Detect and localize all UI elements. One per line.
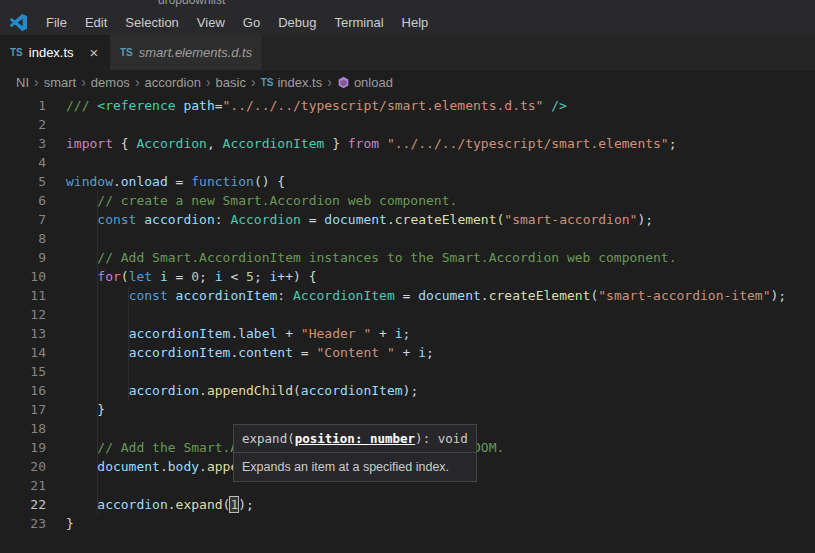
menu-item-help[interactable]: Help bbox=[393, 12, 438, 33]
tab-bar: TSindex.ts×TSsmart.elements.d.ts bbox=[0, 35, 815, 70]
code-line-16[interactable]: 16 accordion.appendChild(accordionItem); bbox=[0, 381, 815, 400]
line-number[interactable]: 4 bbox=[0, 153, 46, 172]
line-content bbox=[46, 305, 66, 324]
code-token: accordionItem bbox=[129, 345, 231, 360]
breadcrumb-accordion[interactable]: accordion bbox=[145, 75, 201, 90]
code-token: accordion bbox=[97, 497, 167, 512]
menu-item-debug[interactable]: Debug bbox=[269, 12, 325, 33]
code-token: /> bbox=[543, 98, 566, 113]
code-token: accordionItem bbox=[176, 288, 278, 303]
signature-suffix: ): void bbox=[415, 431, 468, 446]
line-number[interactable]: 7 bbox=[0, 210, 46, 229]
line-number[interactable]: 18 bbox=[0, 419, 46, 438]
code-editor[interactable]: 1/// <reference path="../../../typescrip… bbox=[0, 94, 815, 553]
line-number[interactable]: 12 bbox=[0, 305, 46, 324]
line-number[interactable]: 19 bbox=[0, 438, 46, 457]
code-token: . bbox=[481, 288, 489, 303]
code-token: const bbox=[129, 288, 168, 303]
code-line-4[interactable]: 4 bbox=[0, 153, 815, 172]
code-token: for bbox=[97, 269, 120, 284]
code-token: ); bbox=[238, 497, 254, 512]
code-token: path bbox=[183, 98, 214, 113]
line-number[interactable]: 10 bbox=[0, 267, 46, 286]
tab-label: index.ts bbox=[29, 45, 74, 60]
code-token: window bbox=[66, 174, 113, 189]
chevron-right-icon: › bbox=[134, 74, 141, 90]
code-line-17[interactable]: 17 } bbox=[0, 400, 815, 419]
code-token bbox=[168, 288, 176, 303]
window-title: dropdownlist bbox=[158, 0, 225, 7]
line-number[interactable]: 14 bbox=[0, 343, 46, 362]
breadcrumb-NI[interactable]: NI bbox=[16, 75, 29, 90]
code-line-2[interactable]: 2 bbox=[0, 115, 815, 134]
menu-item-file[interactable]: File bbox=[37, 12, 76, 33]
typescript-file-icon: TS bbox=[120, 47, 133, 58]
line-content: accordion.appendChild(accordionItem); bbox=[46, 381, 418, 400]
signature-active-param: position: number bbox=[295, 431, 415, 446]
code-line-22[interactable]: 22 accordion.expand(1); bbox=[0, 495, 815, 514]
line-number[interactable]: 3 bbox=[0, 134, 46, 153]
code-line-23[interactable]: 23} bbox=[0, 514, 815, 533]
code-line-10[interactable]: 10 for(let i = 0; i < 5; i++) { bbox=[0, 267, 815, 286]
menu-item-edit[interactable]: Edit bbox=[76, 12, 116, 33]
code-token: { bbox=[113, 136, 136, 151]
line-content: } bbox=[46, 514, 74, 533]
code-line-12[interactable]: 12 bbox=[0, 305, 815, 324]
menu-item-go[interactable]: Go bbox=[234, 12, 269, 33]
line-number[interactable]: 21 bbox=[0, 476, 46, 495]
code-line-13[interactable]: 13 accordionItem.label + "Header " + i; bbox=[0, 324, 815, 343]
breadcrumb-basic[interactable]: basic bbox=[216, 75, 246, 90]
code-line-15[interactable]: 15 bbox=[0, 362, 815, 381]
code-line-9[interactable]: 9 // Add Smart.AccordionItem instances t… bbox=[0, 248, 815, 267]
code-line-11[interactable]: 11 const accordionItem: AccordionItem = … bbox=[0, 286, 815, 305]
code-line-8[interactable]: 8 bbox=[0, 229, 815, 248]
breadcrumb-demos[interactable]: demos bbox=[91, 75, 130, 90]
code-token: = bbox=[293, 345, 316, 360]
menu-item-view[interactable]: View bbox=[188, 12, 234, 33]
code-token: , bbox=[207, 136, 223, 151]
code-line-3[interactable]: 3import { Accordion, AccordionItem } fro… bbox=[0, 134, 815, 153]
code-token: onload bbox=[121, 174, 168, 189]
line-number[interactable]: 9 bbox=[0, 248, 46, 267]
breadcrumb-smart[interactable]: smart bbox=[44, 75, 77, 90]
close-tab-icon[interactable]: × bbox=[90, 45, 99, 60]
code-token bbox=[66, 459, 97, 474]
line-number[interactable]: 17 bbox=[0, 400, 46, 419]
line-content: const accordionItem: AccordionItem = doc… bbox=[46, 286, 786, 305]
line-number[interactable]: 5 bbox=[0, 172, 46, 191]
code-token: ; bbox=[254, 269, 270, 284]
breadcrumb-file[interactable]: TSindex.ts bbox=[261, 75, 323, 90]
line-number[interactable]: 20 bbox=[0, 457, 46, 476]
code-token bbox=[66, 269, 97, 284]
breadcrumb-symbol[interactable]: onload bbox=[337, 75, 393, 90]
line-number[interactable]: 11 bbox=[0, 286, 46, 305]
tab-index.ts[interactable]: TSindex.ts× bbox=[0, 35, 110, 70]
line-number[interactable]: 22 bbox=[0, 495, 46, 514]
line-number[interactable]: 13 bbox=[0, 324, 46, 343]
code-line-1[interactable]: 1/// <reference path="../../../typescrip… bbox=[0, 96, 815, 115]
code-token: "Content " bbox=[316, 345, 394, 360]
code-token: = bbox=[168, 174, 191, 189]
menu-item-terminal[interactable]: Terminal bbox=[325, 12, 392, 33]
code-token: AccordionItem bbox=[293, 288, 395, 303]
parameter-hint-tooltip: expand(position: number): void Expands a… bbox=[233, 424, 477, 482]
code-line-7[interactable]: 7 const accordion: Accordion = document.… bbox=[0, 210, 815, 229]
line-number[interactable]: 8 bbox=[0, 229, 46, 248]
tooltip-description: Expands an item at a specified index. bbox=[234, 452, 476, 481]
chevron-right-icon: › bbox=[326, 74, 333, 90]
line-number[interactable]: 6 bbox=[0, 191, 46, 210]
code-line-14[interactable]: 14 accordionItem.content = "Content " + … bbox=[0, 343, 815, 362]
line-content bbox=[46, 476, 66, 495]
code-token: } bbox=[324, 136, 347, 151]
code-line-5[interactable]: 5window.onload = function() { bbox=[0, 172, 815, 191]
line-number[interactable]: 16 bbox=[0, 381, 46, 400]
menu-item-selection[interactable]: Selection bbox=[116, 12, 187, 33]
line-number[interactable]: 2 bbox=[0, 115, 46, 134]
menubar: FileEditSelectionViewGoDebugTerminalHelp bbox=[0, 9, 815, 35]
code-token: document bbox=[97, 459, 160, 474]
line-number[interactable]: 15 bbox=[0, 362, 46, 381]
line-number[interactable]: 1 bbox=[0, 96, 46, 115]
line-number[interactable]: 23 bbox=[0, 514, 46, 533]
code-line-6[interactable]: 6 // create a new Smart.Accordion web co… bbox=[0, 191, 815, 210]
tab-smart.elements.d.ts[interactable]: TSsmart.elements.d.ts bbox=[110, 35, 263, 70]
